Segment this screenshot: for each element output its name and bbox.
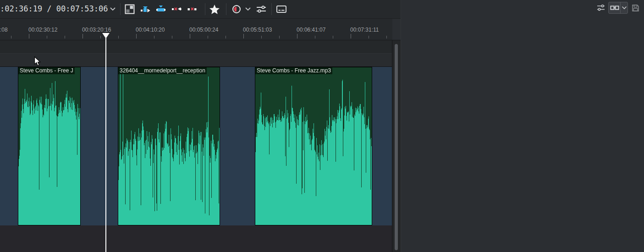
ruler-tick	[29, 34, 29, 38]
save-icon[interactable]	[632, 4, 639, 12]
ruler-timecode-label: 00:04:10:20	[136, 27, 165, 33]
button-group-separator	[620, 2, 621, 13]
ruler-timecode-label: 00:02:30:12	[28, 27, 57, 33]
playhead-line	[105, 38, 106, 252]
ruler-tick	[172, 36, 172, 38]
ruler-tick	[297, 34, 297, 38]
ruler-tick	[261, 36, 262, 38]
chevron-down-icon[interactable]	[244, 6, 252, 12]
ruler-timecode-label: 00:05:00:24	[189, 27, 218, 33]
link-button-group	[608, 2, 628, 14]
toolbar-separator	[205, 3, 205, 15]
ruler-timecode-label: 00:07:31:11	[350, 27, 379, 33]
lift-zone-icon[interactable]	[187, 4, 197, 14]
ruler-tick	[243, 34, 244, 38]
timecode-display[interactable]: :02:36:19 / 00:07:53:06	[0, 4, 108, 14]
ruler-tick	[47, 36, 47, 38]
toolbar-separator	[226, 3, 226, 15]
audio-clip[interactable]: Steve Combs - Free Jazz.mp3	[255, 67, 372, 225]
clip-label: Steve Combs - Free Jazz.mp3	[255, 67, 332, 74]
ruler-tick	[208, 36, 208, 38]
vertical-scrollbar-thumb[interactable]	[395, 44, 398, 250]
video-editor-window: :02:36:19 / 00:07:53:06	[0, 0, 644, 252]
toolbar-separator	[271, 3, 272, 15]
ruler-tick	[65, 36, 65, 38]
ruler-tick	[279, 36, 280, 38]
subtitles-icon[interactable]	[276, 4, 287, 14]
link-icon[interactable]	[610, 4, 619, 11]
favorite-star-icon[interactable]	[209, 4, 220, 15]
timeline-toolbar: :02:36:19 / 00:07:53:06	[0, 0, 401, 18]
clip-waveform	[255, 67, 372, 225]
ruler-timecode-label: 00:05:51:03	[243, 27, 272, 33]
ruler-tick	[136, 34, 137, 38]
video-track-empty-2[interactable]	[0, 54, 392, 67]
toolbar-separator	[120, 3, 121, 15]
ruler-timecode-label: :08	[0, 27, 8, 33]
insert-zone-icon[interactable]	[140, 4, 150, 14]
audio-clip[interactable]: 326404__mornedelport__reception	[118, 67, 220, 225]
clip-label: 326404__mornedelport__reception	[118, 67, 207, 74]
ruler-tick	[351, 34, 351, 38]
ruler-tick	[369, 36, 369, 38]
clip-waveform	[18, 67, 80, 225]
ruler-tick	[333, 36, 333, 38]
audio-clip[interactable]: Steve Combs - Free J	[18, 67, 81, 225]
clip-label: Steve Combs - Free J	[18, 67, 75, 74]
ruler-tick	[100, 36, 101, 38]
timeline-empty-area[interactable]	[0, 225, 392, 252]
ruler-tick	[386, 36, 387, 38]
ruler-tick	[118, 36, 119, 38]
overwrite-zone-icon[interactable]	[156, 4, 166, 14]
ruler-tick	[154, 36, 154, 38]
video-track-empty[interactable]	[0, 40, 392, 54]
ruler-tick	[83, 34, 83, 38]
ruler-tick	[190, 34, 190, 38]
playhead-marker[interactable]	[102, 33, 110, 38]
clip-waveform	[118, 67, 220, 225]
extract-zone-icon[interactable]	[171, 4, 182, 14]
ruler-timecode-label: 00:03:20:16	[82, 27, 111, 33]
mix-clips-icon[interactable]	[125, 4, 135, 14]
ruler-timecode-label: 00:06:41:07	[297, 27, 325, 33]
chevron-down-icon[interactable]	[109, 6, 116, 12]
ruler-tick	[11, 36, 11, 38]
mixer-sliders-icon[interactable]	[256, 4, 267, 14]
chevron-down-icon[interactable]	[621, 5, 627, 11]
mouse-cursor	[34, 56, 41, 66]
ruler-tick	[226, 36, 226, 38]
record-audio-icon[interactable]	[232, 5, 241, 14]
right-panel	[401, 0, 644, 252]
timeline-ruler[interactable]: :0800:02:30:1200:03:20:1600:04:10:2000:0…	[0, 19, 392, 40]
options-sliders-icon[interactable]	[596, 4, 605, 12]
ruler-tick	[315, 36, 315, 38]
